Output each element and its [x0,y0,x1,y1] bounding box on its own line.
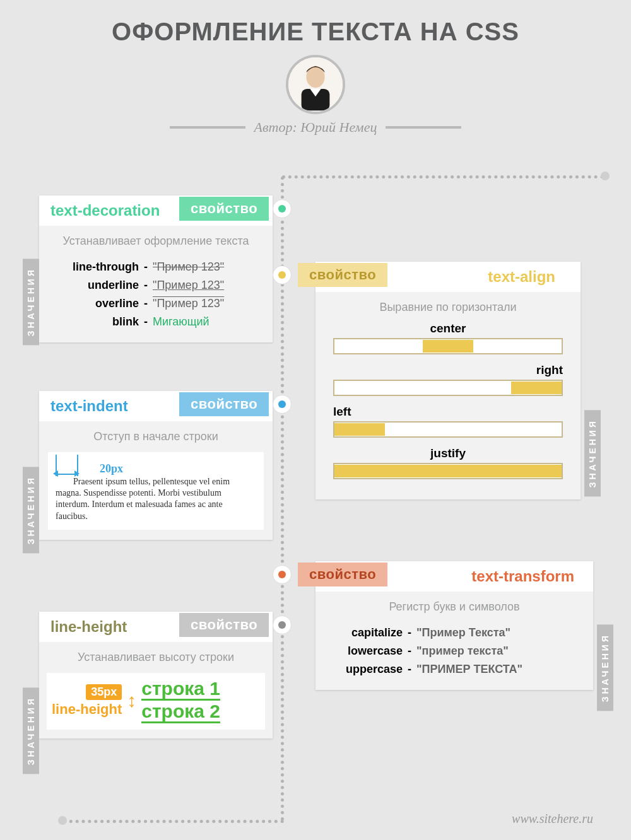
value-example: "Пример 123" [153,279,224,292]
dash: - [144,279,148,292]
author-prefix: Автор: [254,119,297,135]
align-box [333,463,563,479]
badge-property: свойство [179,197,269,221]
timeline-node [273,199,292,218]
value-row: overline-"Пример 123" [50,295,261,313]
align-label: right [333,363,563,377]
timeline-node [273,615,292,634]
value-row: line-through-"Пример 123" [50,258,261,276]
indent-paragraph: Praesent ipsum tellus, pellentesque vel … [56,476,256,522]
value-key: line-through [50,260,139,274]
card-desc: Устанавливает высоту строки [39,642,273,669]
badge-property: свойство [298,563,387,586]
card-desc: Выравние по горизонтали [316,292,581,319]
demo-line-2: строка 2 [141,701,220,723]
values-list: centerrightleftjustify [316,319,581,499]
timeline-top [282,175,604,178]
author-row: Автор: Юрий Немец [0,119,631,136]
align-label: left [333,405,563,419]
timeline-node [273,265,292,284]
author-name: Юрий Немец [300,119,377,135]
value-row: lowercase-"пример текста" [327,642,582,660]
divider [170,126,245,129]
side-label-values: ЗНАЧЕНИЯ [23,687,39,774]
align-label: center [333,322,563,335]
value-row: underline-"Пример 123" [50,276,261,295]
line-height-demo: 35px line-height ↕ строка 1 строка 2 [47,673,265,730]
timeline-end-dot [58,816,67,825]
side-label-values: ЗНАЧЕНИЯ [597,624,613,711]
value-key: lowercase [327,645,403,658]
align-fill [334,465,562,477]
card-desc: Отступ в начале строки [39,421,273,448]
side-label-values: ЗНАЧЕНИЯ [584,410,601,496]
indent-value: 20px [100,462,123,475]
divider [386,126,461,129]
line-height-value: 35px [86,684,122,700]
dash: - [408,645,411,658]
footer-url: www.sitehere.ru [512,812,593,826]
dash: - [144,315,148,329]
value-key: uppercase [327,663,403,676]
value-key: capitalize [327,626,403,639]
value-example: "ПРИМЕР ТЕКСТА" [416,663,522,676]
badge-property: свойство [298,263,387,287]
timeline-bottom [63,820,284,823]
timeline-node [273,395,292,414]
value-row: capitalize-"Пример Текста" [327,624,582,642]
value-example: "Пример 123" [153,260,224,274]
timeline-node [273,565,292,584]
side-label-values: ЗНАЧЕНИЯ [23,259,39,345]
card-desc: Регистр букв и символов [316,592,593,619]
value-key: underline [50,279,139,292]
demo-line-1: строка 1 [141,678,220,701]
card-text-align: text-align Выравние по горизонтали cente… [316,262,581,499]
values-list: line-through-"Пример 123"underline-"Прим… [39,253,273,342]
align-label: justify [333,446,563,460]
align-fill [423,340,473,353]
value-key: blink [50,315,139,329]
badge-property: свойство [179,613,269,637]
badge-property: свойство [179,392,269,416]
card-desc: Устанавливает оформление текста [39,226,273,253]
line-height-label: line-height [52,701,122,717]
values-list: capitalize-"Пример Текста"lowercase-"при… [316,619,593,690]
align-fill [511,382,562,394]
align-box [333,380,563,396]
align-box [333,338,563,354]
value-example: "пример текста" [416,645,509,658]
page-title: ОФОРМЛЕНИЕ ТЕКСТА НА CSS [0,0,631,46]
indent-sample: 20px Praesent ipsum tellus, pellentesque… [48,452,264,530]
value-row: blink-Мигающий [50,313,261,331]
align-box [333,421,563,438]
dash: - [144,260,148,274]
value-key: overline [50,297,139,310]
align-fill [334,423,385,436]
avatar [286,55,345,114]
side-label-values: ЗНАЧЕНИЯ [23,467,39,553]
value-example: Мигающий [153,315,209,329]
value-row: uppercase-"ПРИМЕР ТЕКСТА" [327,660,582,679]
dash: - [408,663,411,676]
value-example: "Пример Текста" [416,626,510,639]
timeline-end-dot [601,172,610,180]
updown-arrow-icon: ↕ [126,690,138,711]
dash: - [144,297,148,310]
value-example: "Пример 123" [153,297,224,310]
dash: - [408,626,411,639]
